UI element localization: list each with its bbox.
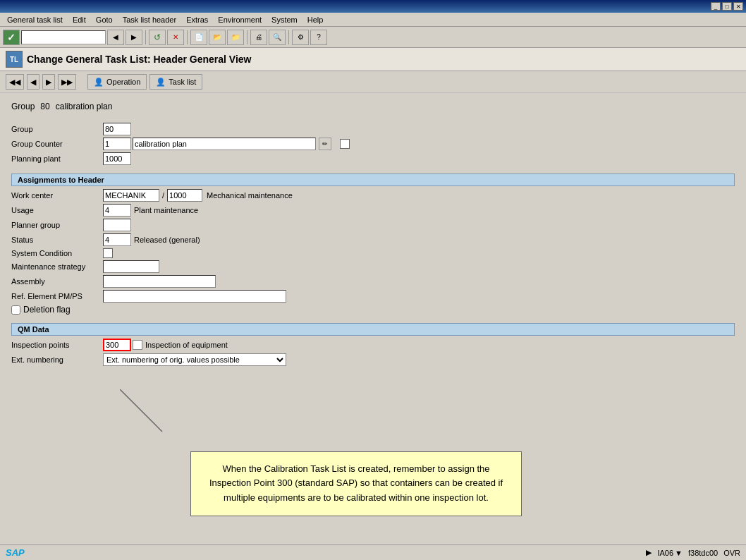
status-input[interactable] [103,233,131,246]
close-button[interactable]: ✕ [733,2,743,11]
ext-numbering-label: Ext. numbering [11,355,103,364]
prev-icon: ◀ [30,78,36,87]
operation-icon: 👤 [94,78,104,87]
inspection-points-input[interactable] [103,339,131,351]
command-input[interactable] [21,30,106,44]
svg-line-0 [120,389,162,432]
maximize-button[interactable]: □ [722,2,732,11]
last-record-button[interactable]: ▶▶ [58,74,76,90]
refresh-button[interactable]: ↺ [149,30,166,45]
planning-plant-input[interactable] [103,152,131,165]
group-counter-label: Group Counter [11,140,103,148]
ext-numbering-row: Ext. numbering Ext. numbering of orig. v… [11,353,735,366]
usage-input[interactable] [103,204,131,217]
title-bar: _ □ ✕ [0,0,746,13]
first-record-button[interactable]: ◀◀ [6,74,24,90]
qm-data-section: QM Data Inspection points Inspection of … [11,323,735,366]
system-condition-checkbox[interactable] [103,248,113,258]
planning-plant-row: Planning plant [11,152,735,165]
help-button[interactable]: ? [310,30,327,45]
content-area: Group 80 calibration plan Group Group Co… [0,93,746,383]
system-condition-label: System Condition [11,249,103,257]
group-counter-checkbox[interactable] [340,139,350,149]
sap-logo: SAP [6,547,25,558]
menu-edit[interactable]: Edit [68,14,90,25]
group-input[interactable] [103,123,131,135]
prev-record-button[interactable]: ◀ [27,74,39,90]
inspection-points-label: Inspection points [11,341,103,349]
stop-button[interactable]: ✕ [167,30,184,45]
back-button[interactable]: ◀ [107,30,124,45]
menu-system[interactable]: System [267,14,302,25]
basic-form-section: Group Group Counter ✏ Planning plant [11,123,735,165]
maintenance-strategy-row: Maintenance strategy [11,260,735,273]
task-list-icon: TL [6,51,23,68]
assembly-row: Assembly [11,275,735,288]
task-list-icon-btn: 👤 [156,78,166,87]
print-button[interactable]: 🖨 [250,30,267,45]
toolbar: ✓ ◀ ▶ ↺ ✕ 📄 📂 📁 🖨 🔍 ⚙ ? [0,27,746,48]
settings-button[interactable]: ⚙ [292,30,309,45]
group-counter-desc-input[interactable] [133,138,316,150]
header-panel: TL Change General Task List: Header Gene… [0,48,746,71]
ext-numbering-select[interactable]: Ext. numbering of orig. values possible … [103,353,286,366]
inspection-points-desc: Inspection of equipment [145,341,228,349]
planning-plant-label: Planning plant [11,154,103,163]
next-record-button[interactable]: ▶ [42,74,55,90]
operation-label: Operation [106,78,140,86]
group-row: Group [11,123,735,135]
group-info-value: 80 [40,102,49,111]
save-button[interactable]: ✓ [3,30,20,45]
first-icon: ◀◀ [9,78,20,87]
group-info-line: Group 80 calibration plan [11,102,735,111]
deletion-flag-checkbox[interactable] [11,305,20,315]
nav-toolbar: ◀◀ ◀ ▶ ▶▶ 👤 Operation 👤 Task list [0,71,746,93]
separator-1 [145,30,146,44]
new-button[interactable]: 📄 [190,30,207,45]
minimize-button[interactable]: _ [711,2,721,11]
window-controls[interactable]: _ □ ✕ [711,2,743,11]
assembly-label: Assembly [11,277,103,286]
maintenance-strategy-input[interactable] [103,260,159,273]
inspection-points-row: Inspection points Inspection of equipmen… [11,339,735,351]
assignments-header: Assignments to Header [11,174,735,186]
menu-general-task-list[interactable]: General task list [3,14,67,25]
group-counter-num-input[interactable] [103,138,131,150]
menu-task-list-header[interactable]: Task list header [118,14,181,25]
status-client: f38tdc00 [688,549,718,557]
menu-environment[interactable]: Environment [214,14,266,25]
find-button[interactable]: 🔍 [269,30,286,45]
work-center-input2[interactable] [167,189,202,202]
group-info-description: calibration plan [56,102,113,111]
open2-button[interactable]: 📁 [227,30,244,45]
menu-extras[interactable]: Extras [182,14,212,25]
menu-help[interactable]: Help [303,14,328,25]
assembly-input[interactable] [103,275,216,288]
group-label: Group [11,125,103,133]
menu-goto[interactable]: Goto [92,14,117,25]
task-list-button[interactable]: 👤 Task list [149,74,202,90]
inspection-points-checkbox[interactable] [133,340,142,350]
icon-inner: TL [10,56,18,63]
operation-button[interactable]: 👤 Operation [87,74,147,90]
planner-group-input[interactable] [103,219,131,231]
deletion-flag-row: Deletion flag [11,305,735,315]
assignments-section: Assignments to Header Work center / Mech… [11,174,735,315]
status-arrow-item: ▶ [646,548,652,557]
status-system: IA06 ▼ [657,549,683,557]
edit-icon-button[interactable]: ✏ [319,138,331,150]
work-center-label: Work center [11,191,103,200]
system-label: IA06 [657,549,673,557]
mode-label: OVR [723,549,740,557]
open-button[interactable]: 📂 [209,30,226,45]
ref-element-input[interactable] [103,290,286,303]
usage-label: Usage [11,206,103,214]
status-arrow-icon: ▶ [646,548,652,557]
ref-element-row: Ref. Element PM/PS [11,290,735,303]
next-icon: ▶ [46,78,51,87]
forward-button[interactable]: ▶ [126,30,142,45]
separator-4 [288,30,289,44]
work-center-desc: Mechanical maintenance [207,191,293,200]
work-center-input1[interactable] [103,189,159,202]
page-title: Change General Task List: Header General… [27,54,252,65]
